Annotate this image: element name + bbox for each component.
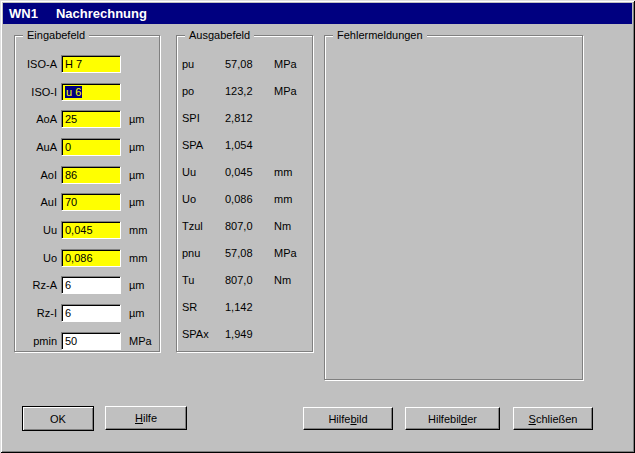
close-button-label: chließen — [536, 413, 578, 425]
output-row: SPA1,054 — [177, 131, 312, 158]
iso-i-field-value: u 6 — [65, 86, 82, 98]
input-row: AoA25µm — [15, 105, 159, 133]
tu-result-unit: Nm — [274, 274, 291, 286]
output-row: Uu0,045mm — [177, 158, 312, 185]
aoi-field-value: 86 — [65, 169, 77, 181]
help-images-button-label: Hilfebil — [428, 413, 461, 425]
error-messages-groupbox: Fehlermeldungen — [324, 35, 583, 380]
dialog-window: WN1 Nachrechnung Eingabefeld ISO-AH 7ISO… — [0, 0, 635, 453]
aoa-unit-label: µm — [129, 113, 145, 125]
input-row: Uu0,045mm — [15, 216, 159, 244]
input-row: AuI70µm — [15, 188, 159, 216]
tzul-result-unit: Nm — [274, 220, 291, 232]
uu-label: Uu — [22, 224, 57, 236]
output-row: SPI2,812 — [177, 104, 312, 131]
aui-unit-label: µm — [129, 196, 145, 208]
rz-i-label: Rz-I — [22, 307, 57, 319]
uu-result-label: Uu — [182, 166, 225, 178]
help-image-button-label: Hilfe — [328, 413, 350, 425]
spa-result-label: SPA — [182, 139, 225, 151]
help-button[interactable]: Hilfe — [105, 406, 187, 430]
output-row: SR1,142 — [177, 293, 312, 320]
pu-result-value: 57,08 — [225, 58, 274, 70]
titlebar: WN1 Nachrechnung — [3, 3, 632, 24]
output-row: po123,2MPa — [177, 77, 312, 104]
pmin-label: pmin — [22, 335, 57, 347]
output-row: Tzul807,0Nm — [177, 212, 312, 239]
input-row: ISO-AH 7 — [15, 50, 159, 78]
rz-a-label: Rz-A — [22, 279, 57, 291]
output-rows: pu57,08MPapo123,2MPaSPI2,812SPA1,054Uu0,… — [177, 50, 312, 347]
input-row: Uo0,086mm — [15, 244, 159, 272]
pnu-result-label: pnu — [182, 247, 225, 259]
pu-result-label: pu — [182, 58, 225, 70]
aua-unit-label: µm — [129, 141, 145, 153]
aua-label: AuA — [22, 141, 57, 153]
po-result-unit: MPa — [274, 85, 297, 97]
pmin-field-value: 50 — [65, 335, 77, 347]
aua-field[interactable]: 0 — [61, 138, 121, 156]
sr-result-value: 1,142 — [225, 301, 274, 313]
uo-label: Uo — [22, 252, 57, 264]
close-button[interactable]: Schließen — [513, 407, 593, 430]
tzul-result-label: Tzul — [182, 220, 225, 232]
spax-result-label: SPAx — [182, 328, 225, 340]
iso-a-label: ISO-A — [22, 58, 57, 70]
aoi-field[interactable]: 86 — [61, 166, 121, 184]
aoi-label: AoI — [22, 169, 57, 181]
uu-result-value: 0,045 — [225, 166, 274, 178]
window-title: Nachrechnung — [56, 6, 147, 21]
output-row: pu57,08MPa — [177, 50, 312, 77]
uo-field[interactable]: 0,086 — [61, 249, 121, 267]
spi-result-label: SPI — [182, 112, 225, 124]
input-row: pmin50MPa — [15, 327, 159, 355]
spa-result-value: 1,054 — [225, 139, 274, 151]
input-row: AuA0µm — [15, 133, 159, 161]
rz-a-unit-label: µm — [129, 279, 145, 291]
aoa-field[interactable]: 25 — [61, 110, 121, 128]
output-row: SPAx1,949 — [177, 320, 312, 347]
help-image-button[interactable]: Hilfebild — [303, 407, 393, 430]
input-row: Rz-A6µm — [15, 272, 159, 300]
aoa-field-value: 25 — [65, 113, 77, 125]
po-result-label: po — [182, 85, 225, 97]
iso-i-label: ISO-I — [22, 86, 57, 98]
pnu-result-value: 57,08 — [225, 247, 274, 259]
pmin-field[interactable]: 50 — [61, 332, 121, 350]
pu-result-unit: MPa — [274, 58, 297, 70]
help-button-label: ilfe — [143, 412, 157, 424]
ok-button[interactable]: OK — [22, 406, 94, 431]
aoa-label: AoA — [22, 113, 57, 125]
help-images-button[interactable]: Hilfebilder — [405, 407, 500, 430]
output-row: Tu807,0Nm — [177, 266, 312, 293]
uo-result-value: 0,086 — [225, 193, 274, 205]
rz-i-field-value: 6 — [65, 307, 71, 319]
input-row: AoI86µm — [15, 161, 159, 189]
aua-field-value: 0 — [65, 141, 71, 153]
spax-result-value: 1,949 — [225, 328, 274, 340]
window-title-app: WN1 — [9, 6, 38, 21]
uu-field-value: 0,045 — [65, 224, 93, 236]
iso-a-field[interactable]: H 7 — [61, 55, 121, 73]
iso-i-field[interactable]: u 6 — [61, 83, 121, 101]
aui-field[interactable]: 70 — [61, 193, 121, 211]
pmin-unit-label: MPa — [129, 335, 152, 347]
pnu-result-unit: MPa — [274, 247, 297, 259]
uo-unit-label: mm — [129, 252, 147, 264]
sr-result-label: SR — [182, 301, 225, 313]
tu-result-label: Tu — [182, 274, 225, 286]
input-groupbox: Eingabefeld ISO-AH 7ISO-Iu 6AoA25µmAuA0µ… — [14, 35, 160, 352]
aui-field-value: 70 — [65, 196, 77, 208]
rz-a-field[interactable]: 6 — [61, 276, 121, 294]
rz-i-field[interactable]: 6 — [61, 304, 121, 322]
uu-field[interactable]: 0,045 — [61, 221, 121, 239]
tu-result-value: 807,0 — [225, 274, 274, 286]
output-group-legend: Ausgabefeld — [185, 29, 254, 42]
po-result-value: 123,2 — [225, 85, 274, 97]
iso-a-field-value: H 7 — [65, 58, 82, 70]
input-group-legend: Eingabefeld — [23, 29, 89, 42]
input-rows: ISO-AH 7ISO-Iu 6AoA25µmAuA0µmAoI86µmAuI7… — [15, 50, 159, 355]
aui-label: AuI — [22, 196, 57, 208]
uo-result-unit: mm — [274, 193, 292, 205]
output-row: Uo0,086mm — [177, 185, 312, 212]
